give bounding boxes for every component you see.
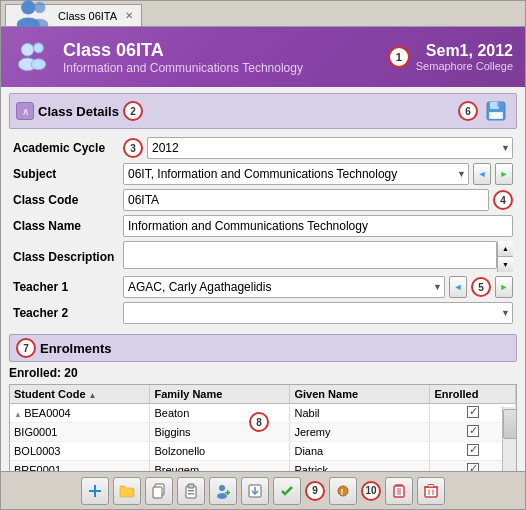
svg-text:!: ! [341,487,344,497]
teacher1-nav-prev-button[interactable]: ◄ [449,276,467,298]
cell-family-name: Beaton [150,404,290,423]
svg-rect-32 [425,487,437,497]
trash-button[interactable] [417,477,445,505]
table-scrollbar-thumb[interactable] [503,409,517,439]
cell-given-name: Jeremy [290,423,430,442]
folder-icon [119,483,135,499]
enrolled-count-label: Enrolled: 20 [9,366,517,380]
class-name-input[interactable] [123,215,513,237]
badge-9: 9 [305,481,325,501]
main-window: Class 06ITA ✕ Class 06ITA Information an… [0,0,526,510]
paste-icon [183,483,199,499]
table-row[interactable]: BOL0003BolzonelloDiana [10,442,516,461]
badge-4: 4 [493,190,513,210]
svg-rect-10 [497,102,499,107]
teacher2-label: Teacher 2 [9,300,119,326]
paste-button[interactable] [177,477,205,505]
academic-cycle-label: Academic Cycle [9,135,119,161]
tab-label: Class 06ITA [58,10,117,22]
academic-cycle-select[interactable]: 2012 [147,137,513,159]
tab-class-06ita[interactable]: Class 06ITA ✕ [5,4,142,26]
folder-button[interactable] [113,477,141,505]
svg-rect-20 [188,493,194,495]
cell-student-code: BRE0001 [10,461,150,472]
teacher2-select[interactable] [123,302,513,324]
subject-nav-prev-button[interactable]: ◄ [473,163,491,185]
subject-label: Subject [9,161,119,187]
header-right: Sem1, 2012 Semaphore College [416,42,513,72]
save-button[interactable] [482,97,510,125]
svg-rect-12 [491,113,501,118]
svg-rect-16 [153,487,162,498]
svg-rect-34 [428,484,434,487]
teacher1-label: Teacher 1 [9,274,119,300]
save-icon [484,99,508,123]
tab-close-button[interactable]: ✕ [125,10,133,21]
badge-6: 6 [458,101,478,121]
cell-given-name: Nabil [290,404,430,423]
check-icon [279,483,295,499]
class-icon [13,37,53,77]
badge-5: 5 [471,277,491,297]
teacher1-nav-next-button[interactable]: ► [495,276,513,298]
svg-point-5 [33,43,43,53]
teacher2-row: ▼ [123,302,513,324]
col-header-family-name: Family Name [150,385,290,404]
class-details-title: Class Details [38,104,119,119]
svg-point-1 [34,1,45,12]
table-scrollbar-track: ▲ ▼ [502,407,516,471]
unknown-button[interactable]: ! [329,477,357,505]
semester-label: Sem1, 2012 [416,42,513,60]
badge-2: 2 [123,101,143,121]
subject-nav-next-button[interactable]: ► [495,163,513,185]
table-row[interactable]: BIG0001BigginsJeremy [10,423,516,442]
svg-rect-29 [394,486,404,497]
check-button[interactable] [273,477,301,505]
teacher1-select[interactable]: AGAC, Carly Agathagelidis [123,276,445,298]
person-add-button[interactable] [209,477,237,505]
svg-point-21 [219,485,225,491]
class-details-section-header: ∧ Class Details 2 6 [9,93,517,129]
add-icon [87,483,103,499]
copy-icon [151,483,167,499]
enrolled-checkbox[interactable] [467,406,479,418]
table-row[interactable]: ▲ BEA0004BeatonNabil [10,404,516,423]
svg-rect-14 [89,490,101,492]
enrolled-checkbox[interactable] [467,444,479,456]
svg-point-0 [21,0,35,14]
delete-icon [391,483,407,499]
class-desc-wrapper: ▲ ▼ [123,241,513,272]
desc-scroll-up-button[interactable]: ▲ [498,241,513,257]
svg-point-7 [31,59,46,70]
subject-row: 06IT, Information and Communications Tec… [123,163,513,185]
desc-scroll-down-button[interactable]: ▼ [498,257,513,272]
teacher1-row: AGAC, Carly Agathagelidis ▼ ◄ 5 ► [123,276,513,298]
col-header-student-code: Student Code ▲ [10,385,150,404]
copy-button[interactable] [145,477,173,505]
subject-select[interactable]: 06IT, Information and Communications Tec… [123,163,469,185]
class-details-form: Academic Cycle 3 2012 ▼ Subject [9,135,517,326]
table-row[interactable]: BRE0001BreugemPatrick [10,461,516,472]
person-add-icon [215,483,231,499]
tab-bar: Class 06ITA ✕ [1,1,525,27]
import-button[interactable] [241,477,269,505]
enrolled-checkbox[interactable] [467,425,479,437]
enrolments-title: Enrolments [40,341,112,356]
header-banner: Class 06ITA Information and Communicatio… [1,27,525,87]
cell-given-name: Patrick [290,461,430,472]
cell-family-name: Breugem [150,461,290,472]
class-code-input[interactable] [123,189,489,211]
section-toggle-button[interactable]: ∧ [16,102,34,120]
add-button[interactable] [81,477,109,505]
delete-button[interactable] [385,477,413,505]
svg-rect-18 [188,484,194,488]
col-header-enrolled: Enrolled [430,385,516,404]
enrolled-checkbox[interactable] [467,463,479,471]
class-desc-label: Class Description [9,239,119,274]
cell-family-name: Bolzonello [150,442,290,461]
section-header-left: ∧ Class Details 2 [16,101,143,121]
class-desc-input[interactable] [123,241,497,269]
unknown-icon: ! [335,483,351,499]
class-subject-heading: Information and Communications Technolog… [63,61,303,75]
col-header-given-name: Given Name [290,385,430,404]
